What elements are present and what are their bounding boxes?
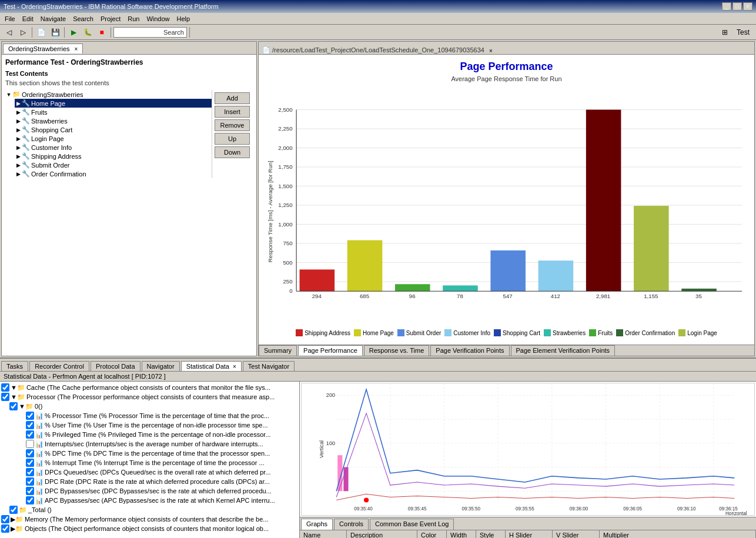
menu-file[interactable]: File	[1, 14, 19, 24]
tree-item-homepage[interactable]: ▶ 🔧 Home Page	[15, 99, 212, 108]
total-check[interactable]	[9, 506, 18, 514]
forward-button[interactable]: ▷	[16, 26, 29, 38]
tab-summary[interactable]: Summary	[259, 345, 297, 356]
stat-item-dpcs-queued[interactable]: 📊 DPCs Queued/sec (DPCs Queued/sec is th…	[1, 467, 298, 477]
tab-navigator[interactable]: Navigator	[142, 361, 180, 371]
tab-protocol-data[interactable]: Protocol Data	[91, 361, 141, 371]
up-button[interactable]: Up	[215, 133, 250, 145]
stat-tab-close[interactable]: ×	[233, 363, 236, 370]
menu-search[interactable]: Search	[69, 14, 97, 24]
svg-text:250: 250	[283, 278, 293, 285]
menu-help[interactable]: Help	[173, 14, 194, 24]
stat-item-memory[interactable]: ▶📁 Memory (The Memory performance object…	[1, 514, 298, 524]
cache-folder-icon: ▼📁	[11, 384, 25, 392]
i5: 🔧	[22, 143, 30, 151]
left-panel-close[interactable]: ×	[75, 46, 78, 52]
apc-bypass-label: APC Bypasses/sec (APC Bypasses/sec is th…	[45, 497, 275, 504]
tree-item-fruits[interactable]: ▶ 🔧 Fruits	[15, 108, 212, 116]
down-button[interactable]: Down	[215, 146, 250, 158]
new-button[interactable]: 📄	[35, 26, 48, 38]
interrupts-check[interactable]	[26, 440, 34, 448]
cache-check[interactable]	[1, 383, 9, 392]
apc-bypass-check[interactable]	[26, 496, 34, 504]
run-button[interactable]: ▶	[67, 26, 80, 38]
stat-item-user-time[interactable]: 📊 % User Time (% User Time is the percen…	[1, 420, 298, 430]
l4: Login Page	[31, 135, 64, 142]
interrupt-time-check[interactable]	[26, 459, 34, 467]
tree-item-shippingaddress[interactable]: ▶ 🔧 Shipping Address	[15, 152, 212, 161]
menu-navigate[interactable]: Navigate	[37, 14, 69, 24]
stat-item-dpc-time[interactable]: 📊 % DPC Time (% DPC Time is the percenta…	[1, 449, 298, 458]
menu-run[interactable]: Run	[124, 14, 143, 24]
remove-button[interactable]: Remove	[215, 119, 250, 131]
t7: ▶	[15, 162, 22, 168]
subtab-common-base[interactable]: Common Base Event Log	[370, 519, 454, 530]
legend-color-cart	[494, 329, 501, 336]
bar-strawberries	[443, 285, 478, 291]
tree-item-orderconfirmation[interactable]: ▶ 🔧 Order Confirmation	[15, 169, 212, 178]
dpc-rate-check[interactable]	[26, 477, 34, 486]
dpc-time-icon: 📊	[35, 450, 44, 457]
tab-recorder-control[interactable]: Recorder Control	[29, 361, 89, 371]
legend-label-submit: Submit Order	[406, 330, 441, 336]
stat-item-total[interactable]: 📁 _Total ()	[1, 505, 298, 514]
save-button[interactable]: 💾	[49, 26, 62, 38]
tree-item-loginpage[interactable]: ▶ 🔧 Login Page	[15, 134, 212, 143]
stat-item-priv-time[interactable]: 📊 % Privileged Time (% Privileged Time i…	[1, 430, 298, 439]
dpc-bypass-check[interactable]	[26, 487, 34, 495]
stat-item-processor[interactable]: ▼📁 Processor (The Processor performance …	[1, 392, 298, 402]
tab-page-performance[interactable]: Page Performance	[298, 345, 363, 356]
maximize-button[interactable]: □	[732, 2, 742, 11]
stop-button[interactable]: ■	[95, 26, 108, 38]
mini-chart: Vertical	[301, 383, 755, 516]
tree-item-shoppingcart[interactable]: ▶ 🔧 Shopping Cart	[15, 125, 212, 134]
menu-window[interactable]: Window	[143, 14, 173, 24]
tab-page-verification[interactable]: Page Verification Points	[430, 345, 509, 356]
menu-edit[interactable]: Edit	[19, 14, 37, 24]
tree-item-submitorder[interactable]: ▶ 🔧 Submit Order	[15, 161, 212, 169]
pct-proc-check[interactable]	[26, 412, 34, 420]
search-input[interactable]	[116, 29, 163, 36]
minimize-button[interactable]: _	[722, 2, 731, 11]
back-button[interactable]: ◁	[2, 26, 15, 38]
subtab-graphs[interactable]: Graphs	[301, 519, 333, 530]
tree-root[interactable]: ▼ 📁 OrderingStrawberries	[5, 90, 212, 99]
tab-test-navigator[interactable]: Test Navigator	[243, 361, 295, 371]
stat-tree: ▼📁 Cache (The Cache performance object c…	[0, 382, 300, 538]
insert-button[interactable]: Insert	[215, 106, 250, 118]
stat-item-dpc-rate[interactable]: 📊 DPC Rate (DPC Rate is the rate at whic…	[1, 477, 298, 486]
add-button[interactable]: Add	[215, 92, 250, 104]
stat-item-apc-bypass[interactable]: 📊 APC Bypasses/sec (APC Bypasses/sec is …	[1, 496, 298, 505]
stat-item-objects[interactable]: ▶📁 Objects (The Object performance objec…	[1, 524, 298, 533]
objects-check[interactable]	[1, 524, 9, 533]
stat-item-pct-proc[interactable]: 📊 % Processor Time (% Processor Time is …	[1, 411, 298, 420]
p0-check[interactable]	[9, 402, 18, 410]
test-label-btn[interactable]: Test	[732, 26, 754, 38]
stat-item-dpc-bypass[interactable]: 📊 DPC Bypasses/sec (DPC Bypasses/sec is …	[1, 486, 298, 496]
memory-check[interactable]	[1, 515, 9, 523]
tab-element-verification[interactable]: Page Element Verification Points	[511, 345, 615, 356]
left-panel-tab[interactable]: OrderingStrawberries ×	[3, 44, 83, 54]
user-time-check[interactable]	[26, 421, 34, 429]
tab-statistical-data[interactable]: Statistical Data ×	[181, 361, 242, 371]
tree-item-customerinfo[interactable]: ▶ 🔧 Customer Info	[15, 143, 212, 152]
dpcs-check[interactable]	[26, 468, 34, 476]
tab-response-vs-time[interactable]: Response vs. Time	[364, 345, 430, 356]
dpc-time-check[interactable]	[26, 449, 34, 457]
menu-project[interactable]: Project	[97, 14, 124, 24]
subtab-controls[interactable]: Controls	[334, 519, 369, 530]
stat-item-interrupt-time[interactable]: 📊 % Interrupt Time (% Interrupt Time is …	[1, 458, 298, 467]
tab-tasks[interactable]: Tasks	[1, 361, 28, 371]
tree-root-toggle[interactable]: ▼	[5, 92, 12, 98]
stat-item-0[interactable]: ▼📁 0()	[1, 402, 298, 411]
tree-item-strawberries[interactable]: ▶ 🔧 Strawberries	[15, 116, 212, 125]
stat-item-cache[interactable]: ▼📁 Cache (The Cache performance object c…	[1, 383, 298, 392]
priv-time-check[interactable]	[26, 430, 34, 439]
stat-item-interrupts[interactable]: 📊 Interrupts/sec (Interrupts/sec is the …	[1, 439, 298, 449]
close-button[interactable]: ×	[743, 2, 752, 11]
processor-check[interactable]	[1, 393, 9, 401]
bottom-tab-bar: Tasks Recorder Control Protocol Data Nav…	[0, 359, 756, 372]
debug-button[interactable]: 🐛	[81, 26, 94, 38]
toolbar-icon-btn[interactable]: ⊞	[718, 26, 731, 38]
right-panel-close[interactable]: ×	[489, 48, 493, 54]
